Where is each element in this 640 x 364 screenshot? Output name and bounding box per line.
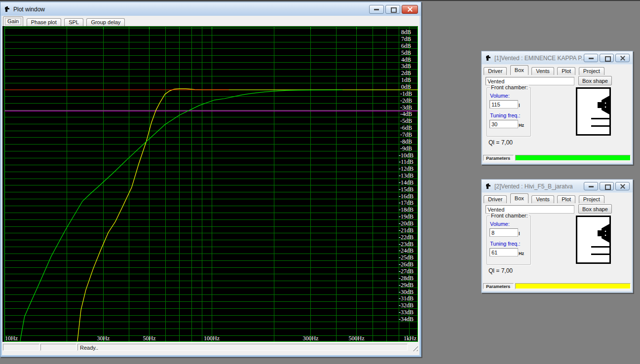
svg-text:6dB: 6dB [401,42,411,49]
project-2-titlebar[interactable]: [2]Vented : Hivi_F5_B_jaratva [482,180,633,192]
focus-rect [5,18,21,25]
tab-plot[interactable]: Plot [557,195,575,203]
tuning-unit: Hz [519,123,524,128]
project-1-title: [1]Vented : EMINENCE KAPPA P... [494,55,584,62]
svg-text:-9dB: -9dB [400,145,412,152]
close-button[interactable] [615,54,630,62]
svg-text:5dB: 5dB [401,49,411,56]
tab-driver[interactable]: Driver [484,195,507,203]
project-1-content: Driver Box Vents Plot Project Box shape … [483,65,632,163]
svg-text:7dB: 7dB [401,36,411,42]
plot-statusbar: Ready.. [2,343,419,353]
tuning-input[interactable] [489,248,518,256]
restore-icon [605,56,611,62]
project-2-statusbar: Parameters [483,282,632,291]
restore-icon [605,184,611,190]
project-window-1: [1]Vented : EMINENCE KAPPA P... Driver B… [481,51,633,165]
project-window-2: [2]Vented : Hivi_F5_B_jaratva Driver Box… [481,179,633,293]
svg-text:1kHz: 1kHz [404,335,416,342]
front-chamber-group: Front chamber: Volume: l Tuning freq.: H… [487,87,531,137]
plot-window-title: Plot window [13,6,369,13]
minimize-icon [374,9,379,10]
tab-vents[interactable]: Vents [531,195,554,203]
volume-label: Volume: [490,221,510,227]
volume-input[interactable] [489,228,518,237]
plot-tabstrip: Gain Phase plot SPL Group delay [2,16,419,26]
front-chamber-group: Front chamber: Volume: l Tuning freq.: H… [487,216,531,265]
svg-text:-7dB: -7dB [400,131,412,138]
ql-value: Ql = 7,00 [489,139,513,146]
svg-text:-28dB: -28dB [399,275,414,282]
close-button[interactable] [615,182,630,190]
minimize-button[interactable] [584,54,598,62]
port-line-1 [591,246,609,248]
wrench-icon [485,183,491,190]
svg-text:-3dB: -3dB [400,104,412,111]
tab-spl[interactable]: SPL [64,18,83,26]
mdi-top-edge [0,0,640,1]
tab-project[interactable]: Project [579,195,604,203]
svg-text:-4dB: -4dB [400,110,412,117]
svg-text:-17dB: -17dB [399,199,414,206]
svg-text:30Hz: 30Hz [97,335,110,342]
svg-text:-15dB: -15dB [399,186,414,193]
gain-chart: 8dB7dB6dB5dB4dB3dB2dB1dB0dB-1dB-2dB-3dB-… [2,26,418,342]
box-shape-button[interactable]: Box shape [578,204,612,214]
tab-project[interactable]: Project [579,67,604,75]
resize-grip[interactable] [412,345,418,351]
svg-text:-31dB: -31dB [399,295,414,302]
minimize-button[interactable] [369,5,384,14]
tab-group-delay[interactable]: Group delay [86,18,125,26]
svg-text:-27dB: -27dB [399,268,414,275]
svg-text:-23dB: -23dB [399,241,414,248]
tab-box[interactable]: Box [510,65,528,75]
tab-phase-plot[interactable]: Phase plot [27,18,61,26]
mdi-desktop: Plot window Gain Phase plot SPL Group de… [0,0,640,364]
box-shape-image [576,216,611,264]
svg-text:-30dB: -30dB [399,289,414,295]
tab-box[interactable]: Box [510,193,528,203]
parameters-panel: Parameters [483,155,514,161]
svg-text:-12dB: -12dB [399,165,414,172]
svg-text:3dB: 3dB [401,63,411,70]
minimize-button[interactable] [584,182,598,190]
volume-input[interactable] [489,100,518,109]
project-1-titlebar[interactable]: [1]Vented : EMINENCE KAPPA P... [482,52,633,64]
tab-vents[interactable]: Vents [531,67,554,75]
svg-text:-5dB: -5dB [400,117,412,124]
svg-text:-13dB: -13dB [399,172,414,179]
restore-icon [391,7,397,13]
svg-text:-2dB: -2dB [400,97,412,104]
box-shape-button[interactable]: Box shape [578,76,612,85]
tab-plot[interactable]: Plot [557,67,575,75]
svg-text:-26dB: -26dB [399,261,414,268]
plot-window-titlebar[interactable]: Plot window [0,3,421,16]
volume-unit: l [519,231,520,236]
minimize-icon [589,58,594,59]
svg-text:300Hz: 300Hz [302,335,318,342]
svg-text:-20dB: -20dB [399,220,414,227]
speaker-icon [598,96,609,114]
minimize-icon [589,186,594,187]
restore-button[interactable] [600,182,614,190]
svg-text:-32dB: -32dB [399,302,414,309]
svg-text:0dB: 0dB [401,83,411,90]
close-button[interactable] [402,5,418,14]
front-chamber-label: Front chamber: [490,213,529,218]
volume-label: Volume: [490,93,510,99]
svg-text:-14dB: -14dB [399,179,414,186]
box-shape-image [576,87,611,136]
svg-text:-10dB: -10dB [399,152,414,159]
tab-gain[interactable]: Gain [3,16,23,26]
tuning-input[interactable] [489,120,518,128]
tuning-unit: Hz [519,251,524,256]
tab-driver[interactable]: Driver [484,67,507,75]
svg-text:-21dB: -21dB [399,227,414,234]
project-1-statusbar: Parameters [483,154,632,163]
svg-text:-34dB: -34dB [399,316,414,323]
restore-button[interactable] [385,5,400,14]
front-chamber-label: Front chamber: [490,84,529,90]
svg-text:-33dB: -33dB [399,309,414,316]
svg-text:1dB: 1dB [401,76,411,83]
restore-button[interactable] [600,54,614,62]
